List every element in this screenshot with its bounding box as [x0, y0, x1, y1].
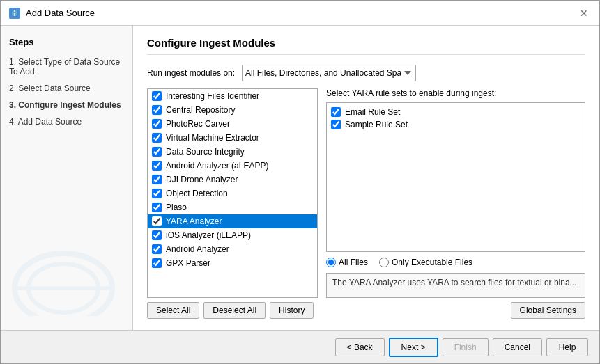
svg-point-4 [29, 264, 98, 312]
step-2-number: 2. [9, 84, 16, 93]
module-item[interactable]: Interesting Files Identifier [148, 89, 317, 103]
step-4: 4. Add Data Source [9, 116, 124, 128]
yara-rule-item[interactable]: Sample Rule Set [331, 120, 580, 129]
module-name: Data Source Integrity [166, 147, 245, 157]
module-item[interactable]: Central Repository [148, 103, 317, 117]
sidebar-title: Steps [9, 37, 124, 47]
yara-label: Select YARA rule sets to enable during i… [326, 88, 585, 98]
cancel-button[interactable]: Cancel [493, 338, 542, 356]
module-checkbox[interactable] [152, 133, 162, 143]
yara-rules-box: Email Rule SetSample Rule Set [326, 102, 585, 252]
module-item[interactable]: Android Analyzer (aLEAPP) [148, 159, 317, 173]
back-button[interactable]: < Back [335, 338, 385, 356]
module-name: Virtual Machine Extractor [166, 133, 259, 143]
main-window: Add Data Source ✕ Steps 1. Select Type o… [0, 0, 600, 364]
global-settings-button[interactable]: Global Settings [511, 302, 585, 319]
module-name: PhotoRec Carver [166, 119, 230, 129]
run-on-row: Run ingest modules on: All Files, Direct… [147, 65, 585, 81]
module-item[interactable]: Object Detection [148, 187, 317, 200]
module-checkbox[interactable] [152, 244, 162, 254]
app-icon [9, 8, 20, 19]
radio-option[interactable]: Only Executable Files [379, 258, 472, 267]
yara-rule-item[interactable]: Email Rule Set [331, 107, 580, 117]
radio-row: All FilesOnly Executable Files [326, 258, 585, 267]
title-bar: Add Data Source ✕ [1, 1, 599, 26]
radio-input[interactable] [379, 258, 389, 267]
module-checkbox[interactable] [152, 147, 162, 157]
footer: < Back Next > Finish Cancel Help [1, 330, 599, 363]
module-name: Android Analyzer (aLEAPP) [166, 161, 268, 171]
module-item[interactable]: Android Analyzer [148, 242, 317, 256]
module-checkbox[interactable] [152, 258, 162, 268]
step-4-label: Add Data Source [18, 117, 82, 127]
module-item[interactable]: YARA Analyzer [148, 214, 317, 228]
yara-rule-checkbox[interactable] [331, 120, 341, 129]
modules-list[interactable]: Interesting Files IdentifierCentral Repo… [147, 88, 318, 298]
module-checkbox[interactable] [152, 91, 162, 101]
step-1: 1. Select Type of Data Source To Add [9, 56, 124, 78]
step-3-label: Configure Ingest Modules [18, 100, 121, 110]
select-all-button[interactable]: Select All [147, 302, 199, 319]
module-name: DJI Drone Analyzer [166, 175, 238, 184]
module-name: Interesting Files Identifier [166, 91, 259, 101]
step-2: 2. Select Data Source [9, 82, 124, 95]
step-1-number: 1. [9, 57, 16, 67]
module-checkbox[interactable] [152, 230, 162, 240]
module-item[interactable]: PhotoRec Carver [148, 117, 317, 131]
global-btn-row: Global Settings [326, 302, 585, 319]
main-content: Steps 1. Select Type of Data Source To A… [1, 26, 599, 330]
radio-input[interactable] [326, 258, 336, 267]
module-name: YARA Analyzer [166, 216, 222, 226]
module-name: Android Analyzer [166, 244, 229, 254]
step-1-label: Select Type of Data Source To Add [9, 57, 120, 77]
close-button[interactable]: ✕ [577, 6, 591, 20]
yara-rule-name: Email Rule Set [345, 107, 400, 117]
next-button[interactable]: Next > [389, 338, 438, 357]
steps-list: 1. Select Type of Data Source To Add 2. … [9, 56, 124, 128]
right-column: Select YARA rule sets to enable during i… [326, 88, 585, 319]
history-button[interactable]: History [270, 302, 314, 319]
yara-rule-checkbox[interactable] [331, 107, 341, 117]
step-3-number: 3. [9, 100, 18, 110]
module-checkbox[interactable] [152, 203, 162, 212]
yara-rule-name: Sample Rule Set [345, 120, 408, 129]
module-name: GPX Parser [166, 258, 210, 268]
module-name: Central Repository [166, 105, 235, 115]
module-name: Object Detection [166, 189, 228, 198]
module-name: Plaso [166, 203, 187, 212]
content-panel: Configure Ingest Modules Run ingest modu… [133, 26, 599, 330]
module-item[interactable]: Data Source Integrity [148, 145, 317, 159]
module-checkbox[interactable] [152, 161, 162, 171]
step-4-number: 4. [9, 117, 16, 127]
finish-button[interactable]: Finish [443, 338, 489, 356]
module-item[interactable]: iOS Analyzer (iLEAPP) [148, 228, 317, 242]
help-button[interactable]: Help [546, 338, 588, 356]
svg-point-3 [15, 253, 112, 316]
module-checkbox[interactable] [152, 189, 162, 198]
module-checkbox[interactable] [152, 119, 162, 129]
module-checkbox[interactable] [152, 105, 162, 115]
sidebar-watermark [1, 232, 132, 316]
title-bar-left: Add Data Source [9, 8, 95, 19]
panel-title: Configure Ingest Modules [147, 37, 585, 55]
radio-label: Only Executable Files [392, 258, 472, 267]
module-item[interactable]: Plaso [148, 200, 317, 214]
step-3: 3. Configure Ingest Modules [9, 99, 124, 111]
description-box: The YARA Analyzer uses YARA to search fi… [326, 273, 585, 298]
window-title: Add Data Source [26, 8, 95, 18]
left-column: Interesting Files IdentifierCentral Repo… [147, 88, 318, 319]
run-on-dropdown[interactable]: All Files, Directories, and Unallocated … [242, 65, 416, 81]
module-buttons-row: Select All Deselect All History [147, 302, 318, 319]
radio-option[interactable]: All Files [326, 258, 368, 267]
module-checkbox[interactable] [152, 216, 162, 226]
step-2-label: Select Data Source [18, 84, 90, 93]
module-item[interactable]: DJI Drone Analyzer [148, 173, 317, 187]
run-on-label: Run ingest modules on: [147, 68, 235, 78]
deselect-all-button[interactable]: Deselect All [203, 302, 266, 319]
module-name: iOS Analyzer (iLEAPP) [166, 230, 251, 240]
radio-label: All Files [339, 258, 368, 267]
module-item[interactable]: Virtual Machine Extractor [148, 131, 317, 145]
module-item[interactable]: GPX Parser [148, 256, 317, 270]
two-column-layout: Interesting Files IdentifierCentral Repo… [147, 88, 585, 319]
module-checkbox[interactable] [152, 175, 162, 184]
